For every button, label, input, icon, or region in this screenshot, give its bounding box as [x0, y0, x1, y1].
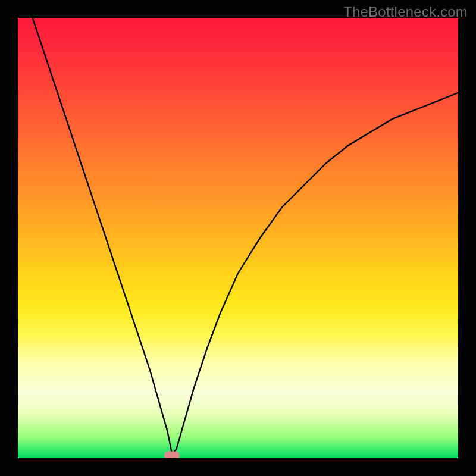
watermark-text: TheBottleneck.com: [343, 4, 468, 20]
chart-svg: [18, 18, 458, 458]
chart-curve: [18, 18, 458, 454]
chart-plot-area: [18, 18, 458, 458]
chart-marker-dot: [164, 452, 180, 458]
